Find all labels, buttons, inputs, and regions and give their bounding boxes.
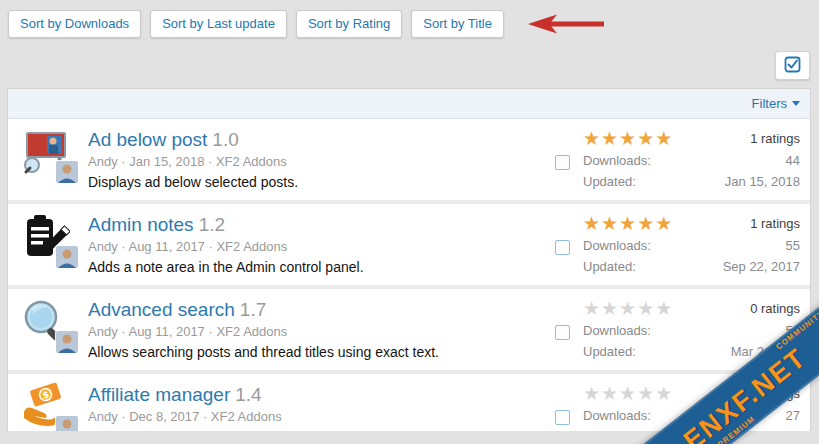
star-icon: ★ (619, 383, 637, 404)
star-icon: ★ (601, 383, 619, 404)
resource-icon-wrap (20, 212, 74, 268)
filters-dropdown[interactable]: Filters (752, 96, 800, 111)
resource-title-link[interactable]: Affiliate manager (88, 384, 230, 405)
resource-list-panel: Filters (7, 88, 811, 431)
resource-version: 1.7 (240, 299, 266, 320)
star-icon: ★ (583, 383, 601, 404)
star-icon: ★ (601, 213, 619, 234)
star-icon: ★ (583, 213, 601, 234)
updated-value: Sep 22, 2017 (723, 257, 800, 276)
resource-row: Advanced search1.7 Andy · Aug 11, 2017 ·… (8, 285, 810, 370)
resource-checkbox[interactable] (555, 325, 570, 340)
author-avatar (56, 416, 78, 431)
updated-value: Jan 15, 2018 (725, 172, 800, 191)
star-icon: ★ (655, 298, 673, 319)
star-rating: ★★★★★ (583, 129, 673, 149)
sort-by-rating-button[interactable]: Sort by Rating (296, 10, 402, 38)
resource-icon-wrap: $ (20, 382, 74, 431)
resource-meta: Andy · Jan 15, 2018 · XF2 Addons (88, 152, 555, 171)
resource-stats-block: ★★★★★ 1 ratings Downloads: 44 Updated: J… (555, 127, 800, 200)
resource-meta: Andy · Dec 8, 2017 · XF2 Addons (88, 407, 555, 426)
resource-list: Ad below post1.0 Andy · Jan 15, 2018 · X… (8, 119, 810, 431)
updated-label: Updated: (583, 257, 636, 276)
downloads-value: 54 (786, 321, 800, 340)
updated-label: Updated: (583, 427, 636, 431)
star-icon: ★ (637, 213, 655, 234)
resource-icon-wrap (20, 297, 74, 353)
sort-by-downloads-button[interactable]: Sort by Downloads (8, 10, 141, 38)
resource-main: Advanced search1.7 Andy · Aug 11, 2017 ·… (88, 297, 555, 370)
red-arrow-icon (527, 13, 605, 35)
downloads-value: 44 (786, 151, 800, 170)
author-avatar (56, 246, 78, 268)
downloads-label: Downloads: (583, 236, 651, 255)
downloads-value: 27 (786, 406, 800, 425)
resource-stats-block: ★★★★★ 0 ratings Downloads: 27 Updated: D… (555, 382, 800, 431)
filters-label: Filters (752, 96, 787, 111)
downloads-label: Downloads: (583, 406, 651, 425)
resource-icon-wrap (20, 127, 74, 183)
star-icon: ★ (619, 213, 637, 234)
resource-stats-block: ★★★★★ 0 ratings Downloads: 54 Updated: M… (555, 297, 800, 370)
checked-checkbox-icon (784, 56, 801, 76)
ratings-count: 1 ratings (750, 214, 800, 234)
updated-value: Dec 11, 2017 (724, 427, 800, 431)
star-icon: ★ (655, 128, 673, 149)
resource-version: 1.0 (212, 129, 238, 150)
resource-main: Affiliate manager1.4 Andy · Dec 8, 2017 … (88, 382, 555, 431)
downloads-label: Downloads: (583, 151, 651, 170)
ratings-count: 1 ratings (750, 129, 800, 149)
star-icon: ★ (637, 298, 655, 319)
filters-bar: Filters (8, 89, 810, 119)
resource-title-link[interactable]: Ad below post (88, 129, 207, 150)
star-icon: ★ (619, 128, 637, 149)
resource-description: Allows searching posts and thread titles… (88, 343, 555, 362)
downloads-label: Downloads: (583, 321, 651, 340)
sort-toolbar: Sort by Downloads Sort by Last update So… (8, 10, 605, 38)
resource-checkbox[interactable] (555, 240, 570, 255)
author-avatar (56, 331, 78, 353)
resource-version: 1.2 (199, 214, 225, 235)
star-icon: ★ (637, 383, 655, 404)
resource-title-link[interactable]: Admin notes (88, 214, 194, 235)
resource-description: Adds a note area in the Admin control pa… (88, 258, 555, 277)
downloads-value: 55 (786, 236, 800, 255)
resource-row: Ad below post1.0 Andy · Jan 15, 2018 · X… (8, 119, 810, 200)
resource-row: $ Affiliate manager1.4 Andy · Dec 8, 201… (8, 370, 810, 431)
resource-description: Adds an affiliate ID to the end of URLs. (88, 428, 555, 431)
star-icon: ★ (637, 128, 655, 149)
resource-stats-block: ★★★★★ 1 ratings Downloads: 55 Updated: S… (555, 212, 800, 285)
updated-value: Mar 2, 2018 (731, 342, 800, 361)
chevron-down-icon (792, 101, 800, 106)
star-icon: ★ (583, 128, 601, 149)
resource-version: 1.4 (235, 384, 261, 405)
updated-label: Updated: (583, 172, 636, 191)
resource-checkbox[interactable] (555, 410, 570, 425)
author-avatar (56, 161, 78, 183)
resource-row: Admin notes1.2 Andy · Aug 11, 2017 · XF2… (8, 200, 810, 285)
star-rating: ★★★★★ (583, 299, 673, 319)
resource-description: Displays ad below selected posts. (88, 173, 555, 192)
resource-main: Admin notes1.2 Andy · Aug 11, 2017 · XF2… (88, 212, 555, 285)
star-rating: ★★★★★ (583, 214, 673, 234)
updated-label: Updated: (583, 342, 636, 361)
star-icon: ★ (601, 298, 619, 319)
sort-by-title-button[interactable]: Sort by Title (411, 10, 504, 38)
resource-list-page: { "toolbar": { "sort_buttons": [ { "labe… (0, 0, 819, 444)
resource-title-link[interactable]: Advanced search (88, 299, 235, 320)
star-icon: ★ (601, 128, 619, 149)
star-icon: ★ (655, 213, 673, 234)
resource-checkbox[interactable] (555, 155, 570, 170)
star-icon: ★ (619, 298, 637, 319)
star-icon: ★ (655, 383, 673, 404)
resource-meta: Andy · Aug 11, 2017 · XF2 Addons (88, 237, 555, 256)
resource-meta: Andy · Aug 11, 2017 · XF2 Addons (88, 322, 555, 341)
ratings-count: 0 ratings (750, 299, 800, 319)
resource-main: Ad below post1.0 Andy · Jan 15, 2018 · X… (88, 127, 555, 200)
sort-by-last-update-button[interactable]: Sort by Last update (150, 10, 287, 38)
star-icon: ★ (583, 298, 601, 319)
ratings-count: 0 ratings (750, 384, 800, 404)
star-rating: ★★★★★ (583, 384, 673, 404)
select-all-button[interactable] (775, 51, 810, 80)
